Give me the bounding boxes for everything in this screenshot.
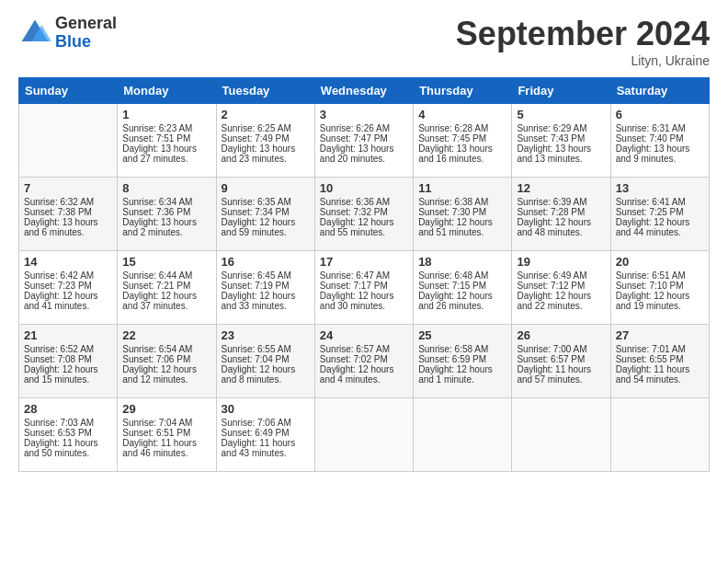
cell-text: and 37 minutes.: [122, 301, 210, 311]
day-number: 5: [517, 108, 605, 121]
day-number: 4: [418, 108, 506, 121]
cell-text: Sunset: 6:55 PM: [616, 354, 704, 364]
day-number: 16: [222, 255, 310, 269]
cell-text: Daylight: 13 hours: [418, 144, 506, 154]
cell-text: Sunrise: 6:29 AM: [517, 123, 605, 133]
cell-text: and 4 minutes.: [320, 374, 408, 385]
cell-text: Sunrise: 6:42 AM: [24, 270, 112, 281]
table-row: 25Sunrise: 6:58 AMSunset: 6:59 PMDayligh…: [414, 325, 512, 398]
day-number: 15: [122, 255, 210, 269]
cell-text: Daylight: 12 hours: [222, 364, 310, 374]
cell-text: and 16 minutes.: [418, 154, 506, 164]
day-number: 23: [222, 328, 310, 342]
col-wednesday: Wednesday: [314, 78, 413, 104]
day-number: 25: [418, 328, 506, 342]
cell-text: Sunset: 7:02 PM: [320, 354, 408, 364]
day-number: 27: [616, 328, 704, 342]
cell-text: Sunrise: 6:38 AM: [418, 197, 506, 207]
cell-text: Sunset: 7:32 PM: [320, 207, 408, 217]
cell-text: Daylight: 12 hours: [320, 364, 408, 374]
table-row: 27Sunrise: 7:01 AMSunset: 6:55 PMDayligh…: [610, 325, 709, 398]
day-number: 30: [222, 402, 310, 416]
cell-text: Sunset: 7:06 PM: [122, 354, 210, 364]
day-number: 6: [616, 108, 704, 121]
cell-text: Daylight: 12 hours: [222, 291, 310, 301]
cell-text: Daylight: 11 hours: [24, 438, 112, 448]
cell-text: Daylight: 12 hours: [320, 217, 408, 227]
table-row: 23Sunrise: 6:55 AMSunset: 7:04 PMDayligh…: [216, 325, 314, 398]
day-number: 10: [320, 181, 408, 195]
day-number: 22: [122, 328, 210, 342]
cell-text: Daylight: 12 hours: [517, 217, 605, 227]
cell-text: Daylight: 12 hours: [418, 217, 506, 227]
day-number: 3: [320, 108, 408, 121]
table-row: 11Sunrise: 6:38 AMSunset: 7:30 PMDayligh…: [414, 178, 512, 251]
cell-text: Sunset: 7:49 PM: [222, 133, 310, 144]
cell-text: Daylight: 12 hours: [24, 291, 112, 301]
col-thursday: Thursday: [414, 78, 512, 104]
cell-text: and 27 minutes.: [122, 154, 210, 164]
cell-text: and 46 minutes.: [122, 448, 210, 458]
cell-text: and 22 minutes.: [517, 301, 605, 311]
cell-text: Daylight: 13 hours: [122, 217, 210, 227]
location: Lityn, Ukraine: [456, 53, 710, 68]
cell-text: Sunset: 7:25 PM: [616, 207, 704, 217]
cell-text: Sunrise: 6:26 AM: [320, 123, 408, 133]
col-friday: Friday: [512, 78, 610, 104]
day-number: 11: [418, 181, 506, 195]
cell-text: Sunset: 6:59 PM: [418, 354, 506, 364]
day-number: 1: [122, 108, 210, 121]
calendar-row: 7Sunrise: 6:32 AMSunset: 7:38 PMDaylight…: [19, 178, 710, 251]
cell-text: Sunset: 7:40 PM: [616, 133, 704, 144]
cell-text: Daylight: 13 hours: [122, 144, 210, 154]
cell-text: Sunset: 7:34 PM: [222, 207, 310, 217]
cell-text: and 57 minutes.: [517, 374, 605, 385]
cell-text: Sunrise: 6:55 AM: [222, 344, 310, 354]
cell-text: Sunrise: 6:36 AM: [320, 197, 408, 207]
cell-text: Sunrise: 6:51 AM: [616, 270, 704, 281]
calendar-table: Sunday Monday Tuesday Wednesday Thursday…: [18, 77, 710, 472]
cell-text: and 8 minutes.: [222, 374, 310, 385]
table-row: 3Sunrise: 6:26 AMSunset: 7:47 PMDaylight…: [314, 104, 413, 178]
calendar-row: 14Sunrise: 6:42 AMSunset: 7:23 PMDayligh…: [19, 251, 710, 325]
cell-text: Sunset: 6:51 PM: [122, 428, 210, 438]
col-saturday: Saturday: [610, 78, 709, 104]
table-row: 4Sunrise: 6:28 AMSunset: 7:45 PMDaylight…: [414, 104, 512, 178]
cell-text: Daylight: 12 hours: [616, 291, 704, 301]
table-row: 8Sunrise: 6:34 AMSunset: 7:36 PMDaylight…: [118, 178, 216, 251]
cell-text: Daylight: 11 hours: [122, 438, 210, 448]
cell-text: and 50 minutes.: [24, 448, 112, 458]
cell-text: Sunrise: 7:06 AM: [222, 418, 310, 428]
cell-text: Sunset: 7:45 PM: [418, 133, 506, 144]
table-row: 12Sunrise: 6:39 AMSunset: 7:28 PMDayligh…: [512, 178, 610, 251]
cell-text: Sunrise: 6:25 AM: [222, 123, 310, 133]
cell-text: Daylight: 12 hours: [517, 291, 605, 301]
table-row: 16Sunrise: 6:45 AMSunset: 7:19 PMDayligh…: [216, 251, 314, 325]
cell-text: Sunrise: 6:49 AM: [517, 270, 605, 281]
day-number: 8: [122, 181, 210, 195]
cell-text: Sunset: 7:23 PM: [24, 281, 112, 291]
day-number: 13: [616, 181, 704, 195]
table-row: 24Sunrise: 6:57 AMSunset: 7:02 PMDayligh…: [314, 325, 413, 398]
cell-text: and 41 minutes.: [24, 301, 112, 311]
table-row: 21Sunrise: 6:52 AMSunset: 7:08 PMDayligh…: [19, 325, 118, 398]
cell-text: and 1 minute.: [418, 374, 506, 385]
cell-text: Sunrise: 6:23 AM: [122, 123, 210, 133]
day-number: 26: [517, 328, 605, 342]
cell-text: Daylight: 11 hours: [517, 364, 605, 374]
cell-text: Daylight: 12 hours: [24, 364, 112, 374]
cell-text: Daylight: 12 hours: [418, 291, 506, 301]
cell-text: Daylight: 12 hours: [122, 291, 210, 301]
cell-text: Sunrise: 6:54 AM: [122, 344, 210, 354]
cell-text: Daylight: 12 hours: [616, 217, 704, 227]
table-row: 28Sunrise: 7:03 AMSunset: 6:53 PMDayligh…: [19, 398, 118, 472]
cell-text: Daylight: 12 hours: [122, 364, 210, 374]
cell-text: Sunset: 7:36 PM: [122, 207, 210, 217]
table-row: 1Sunrise: 6:23 AMSunset: 7:51 PMDaylight…: [118, 104, 216, 178]
cell-text: Sunset: 7:47 PM: [320, 133, 408, 144]
cell-text: and 6 minutes.: [24, 227, 112, 237]
cell-text: and 23 minutes.: [222, 154, 310, 164]
logo-icon: [18, 17, 51, 50]
table-row: 9Sunrise: 6:35 AMSunset: 7:34 PMDaylight…: [216, 178, 314, 251]
cell-text: Sunset: 7:19 PM: [222, 281, 310, 291]
